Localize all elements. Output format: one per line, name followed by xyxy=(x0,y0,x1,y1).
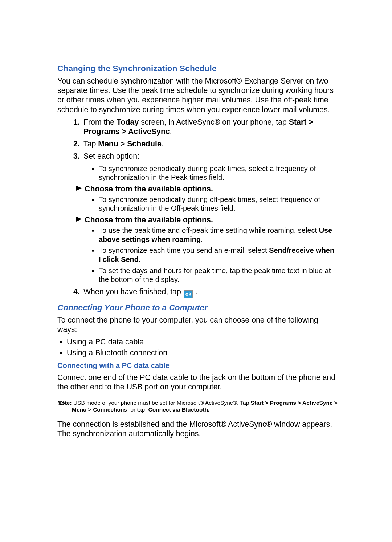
steps-list-cont: When you have finished, tap ok . xyxy=(57,287,338,298)
list-item: Using a Bluetooth connection xyxy=(67,348,338,357)
text: screen, in ActiveSync® on your phone, ta… xyxy=(139,118,289,126)
step-2: Tap Menu > Schedule. xyxy=(83,139,338,149)
text: To use the peak time and off-peak time s… xyxy=(99,226,319,234)
note-block: Note: USB mode of your phone must be set… xyxy=(57,399,338,413)
arrow-item-1: Choose from the available options. xyxy=(76,184,338,194)
arrow-text: Choose from the available options. xyxy=(85,184,213,194)
heading-sync-schedule: Changing the Synchronization Schedule xyxy=(57,64,338,73)
text: . xyxy=(170,127,172,136)
list-item: Using a PC data cable xyxy=(67,337,338,347)
text: Tap xyxy=(83,139,98,148)
intro-paragraph: You can schedule synchronization with th… xyxy=(57,76,338,114)
step-4: When you have finished, tap ok . xyxy=(83,287,338,298)
page-number: 135 xyxy=(57,400,68,407)
text: When you have finished, tap xyxy=(83,287,183,296)
after-note-paragraph: The connection is established and the Mi… xyxy=(57,420,338,438)
bullet: To synchronize each time you send an e-m… xyxy=(99,246,338,264)
bold: Today xyxy=(117,118,139,126)
connect-ways-list: Using a PC data cable Using a Bluetooth … xyxy=(57,337,338,357)
step-3: Set each option: xyxy=(83,151,338,161)
steps-list: From the Today screen, in ActiveSync® on… xyxy=(57,117,338,161)
triangle-right-icon xyxy=(76,217,82,222)
text: To synchronize each time you send an e-m… xyxy=(99,246,269,254)
text: . xyxy=(139,255,141,263)
svg-marker-1 xyxy=(76,217,82,222)
bullet: To synchronize periodically during off-p… xyxy=(99,195,338,213)
text: . xyxy=(162,139,164,148)
bullet: To set the days and hours for peak time,… xyxy=(99,266,338,284)
arrow-text: Choose from the available options. xyxy=(85,215,213,225)
bold: Menu > Schedule xyxy=(98,139,162,148)
note-text: USB mode of your phone must be set for M… xyxy=(72,400,251,406)
manual-page: Changing the Synchronization Schedule Yo… xyxy=(0,0,392,542)
ok-icon: ok xyxy=(184,290,193,298)
arrow-item-2: Choose from the available options. xyxy=(76,215,338,225)
note-bold: - Connect via Bluetooth. xyxy=(145,406,209,413)
text: Set each option: xyxy=(83,152,139,161)
note-text: or tap xyxy=(130,406,145,413)
bullet: To synchronize periodically during peak … xyxy=(99,164,338,182)
divider-bottom xyxy=(57,415,338,415)
divider-top xyxy=(57,397,338,397)
sub-bullets-3: To use the peak time and off-peak time s… xyxy=(57,226,338,284)
text: . xyxy=(201,235,203,243)
heading-connect-computer: Connecting Your Phone to a Computer xyxy=(57,303,338,312)
sub-bullets-1: To synchronize periodically during peak … xyxy=(57,164,338,182)
connect-intro: To connect the phone to your computer, y… xyxy=(57,315,338,334)
sub-bullets-2: To synchronize periodically during off-p… xyxy=(57,195,338,213)
step-1: From the Today screen, in ActiveSync® on… xyxy=(83,117,338,136)
svg-marker-0 xyxy=(76,186,82,191)
pc-cable-paragraph: Connect one end of the PC data cable to … xyxy=(57,373,338,392)
bullet: To use the peak time and off-peak time s… xyxy=(99,226,338,244)
triangle-right-icon xyxy=(76,186,82,191)
heading-pc-cable: Connecting with a PC data cable xyxy=(57,361,338,370)
text: From the xyxy=(83,118,117,126)
text: . xyxy=(193,287,198,296)
